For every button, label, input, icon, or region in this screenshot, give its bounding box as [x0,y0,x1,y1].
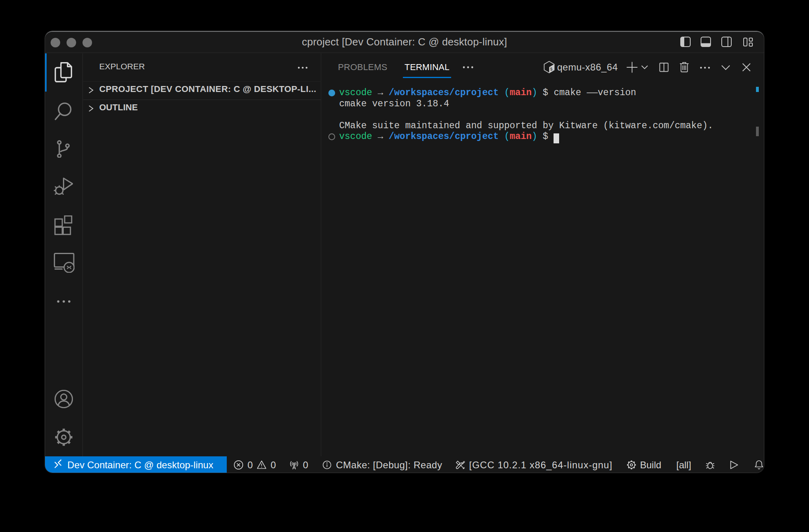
svg-text:$: $ [550,67,553,72]
